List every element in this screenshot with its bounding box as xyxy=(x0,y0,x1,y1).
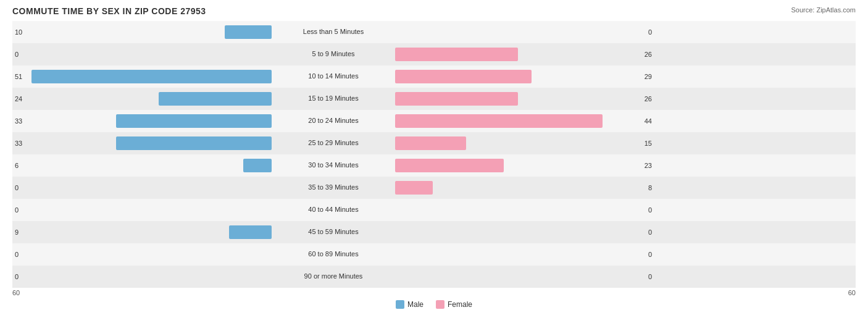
legend: Male Female xyxy=(12,300,856,309)
female-swatch xyxy=(436,300,444,309)
table-row: 9 45 to 59 Minutes 0 xyxy=(12,221,856,243)
female-bar xyxy=(395,136,466,150)
row-label: 60 to 89 Minutes xyxy=(272,250,395,258)
female-bar xyxy=(395,159,504,172)
chart-title: COMMUTE TIME BY SEX IN ZIP CODE 27953 xyxy=(12,6,856,16)
row-label: 5 to 9 Minutes xyxy=(272,50,395,58)
row-label: 45 to 59 Minutes xyxy=(272,228,395,236)
left-section: 0 xyxy=(12,266,272,288)
left-section: 0 xyxy=(12,243,272,266)
table-row: 0 5 to 9 Minutes 26 xyxy=(12,43,856,65)
table-row: 0 40 to 44 Minutes 0 xyxy=(12,199,856,221)
male-value: 0 xyxy=(15,251,19,258)
female-bar xyxy=(395,114,603,128)
table-row: 33 25 to 29 Minutes 15 xyxy=(12,132,856,154)
left-section: 10 xyxy=(12,21,272,43)
male-value: 0 xyxy=(15,206,19,214)
chart-container: COMMUTE TIME BY SEX IN ZIP CODE 27953 So… xyxy=(0,0,868,323)
left-section: 33 xyxy=(12,110,272,132)
right-section: 15 xyxy=(395,132,654,154)
right-section: 23 xyxy=(395,154,654,177)
legend-male: Male xyxy=(396,300,424,309)
table-row: 51 10 to 14 Minutes 29 xyxy=(12,65,856,88)
legend-male-label: Male xyxy=(407,300,424,309)
legend-female: Female xyxy=(436,300,472,309)
right-section: 0 xyxy=(395,243,654,266)
right-section: 26 xyxy=(395,43,654,65)
row-label: 40 to 44 Minutes xyxy=(272,206,395,214)
right-section: 44 xyxy=(395,110,654,132)
male-value: 6 xyxy=(15,162,19,169)
male-bar xyxy=(159,92,272,106)
female-value: 29 xyxy=(645,73,652,80)
right-section: 29 xyxy=(395,65,654,88)
male-value: 51 xyxy=(15,73,22,80)
right-section: 26 xyxy=(395,88,654,110)
left-section: 9 xyxy=(12,221,272,243)
female-bar xyxy=(395,92,518,106)
male-bar xyxy=(31,70,272,83)
male-swatch xyxy=(396,300,404,309)
male-value: 10 xyxy=(15,28,22,36)
left-section: 33 xyxy=(12,132,272,154)
male-value: 0 xyxy=(15,51,19,58)
rows-area: 10 Less than 5 Minutes 0 0 5 to 9 Minute… xyxy=(12,21,856,288)
male-value: 0 xyxy=(15,184,19,191)
male-bar xyxy=(229,225,272,239)
right-section: 0 xyxy=(395,221,654,243)
left-section: 24 xyxy=(12,88,272,110)
male-bar xyxy=(116,114,272,128)
male-bar xyxy=(243,159,272,172)
male-value: 24 xyxy=(15,95,22,103)
left-section: 0 xyxy=(12,177,272,199)
female-bar xyxy=(395,48,518,61)
female-value: 0 xyxy=(648,28,652,36)
female-value: 0 xyxy=(648,251,652,258)
right-section: 0 xyxy=(395,266,654,288)
female-value: 44 xyxy=(645,117,652,125)
source-text: Source: ZipAtlas.com xyxy=(791,6,856,14)
female-bar xyxy=(395,70,532,83)
right-section: 0 xyxy=(395,199,654,221)
left-section: 6 xyxy=(12,154,272,177)
female-value: 0 xyxy=(648,273,652,280)
row-label: Less than 5 Minutes xyxy=(272,28,395,36)
female-bar xyxy=(395,181,433,195)
axis-label-right: 60 xyxy=(848,289,856,296)
male-value: 9 xyxy=(15,229,19,236)
row-label: 20 to 24 Minutes xyxy=(272,117,395,125)
male-bar xyxy=(116,136,272,150)
table-row: 0 60 to 89 Minutes 0 xyxy=(12,243,856,266)
female-value: 8 xyxy=(648,184,652,191)
row-label: 15 to 19 Minutes xyxy=(272,94,395,103)
row-label: 30 to 34 Minutes xyxy=(272,161,395,169)
female-value: 26 xyxy=(645,51,652,58)
female-value: 23 xyxy=(645,162,652,169)
legend-female-label: Female xyxy=(448,300,472,309)
female-value: 15 xyxy=(645,140,652,147)
right-section: 8 xyxy=(395,177,654,199)
table-row: 10 Less than 5 Minutes 0 xyxy=(12,21,856,43)
axis-label-left: 60 xyxy=(12,289,20,296)
table-row: 6 30 to 34 Minutes 23 xyxy=(12,154,856,177)
female-value: 0 xyxy=(648,229,652,236)
row-label: 35 to 39 Minutes xyxy=(272,183,395,191)
left-section: 0 xyxy=(12,43,272,65)
male-value: 33 xyxy=(15,117,22,125)
table-row: 24 15 to 19 Minutes 26 xyxy=(12,88,856,110)
right-section: 0 xyxy=(395,21,654,43)
male-bar xyxy=(225,25,272,39)
female-value: 0 xyxy=(648,206,652,214)
row-label: 90 or more Minutes xyxy=(272,272,395,280)
row-label: 10 to 14 Minutes xyxy=(272,72,395,80)
table-row: 0 35 to 39 Minutes 8 xyxy=(12,177,856,199)
left-section: 0 xyxy=(12,199,272,221)
row-label: 25 to 29 Minutes xyxy=(272,139,395,147)
male-value: 0 xyxy=(15,273,19,280)
female-value: 26 xyxy=(645,95,652,103)
left-section: 51 xyxy=(12,65,272,88)
axis-labels: 60 60 xyxy=(12,289,856,296)
male-value: 33 xyxy=(15,140,22,147)
table-row: 33 20 to 24 Minutes 44 xyxy=(12,110,856,132)
table-row: 0 90 or more Minutes 0 xyxy=(12,266,856,288)
